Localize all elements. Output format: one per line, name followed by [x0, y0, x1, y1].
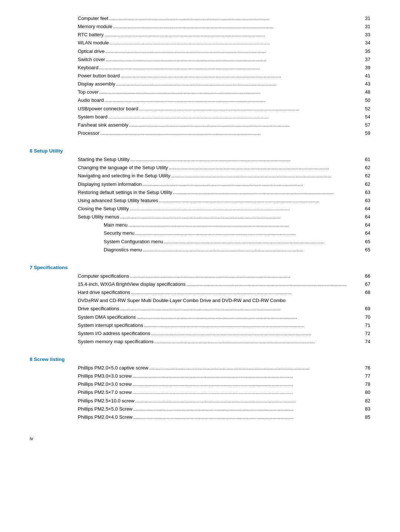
entry-text: Optical drive	[78, 48, 104, 55]
entry-text: Phillips PM2.5×10.0 screw	[78, 397, 134, 405]
entry-text: System interrupt specifications	[78, 322, 143, 329]
entry-page: 83	[365, 405, 370, 413]
entry-dots: ........................................…	[130, 272, 364, 280]
toc-entry: 15.4-inch, WXGA BrightView display speci…	[30, 281, 370, 288]
entry-text: Navigating and selecting in the Setup Ut…	[78, 172, 170, 180]
entry-page: 35	[365, 48, 370, 55]
toc-entry: Restoring default settings in the Setup …	[30, 189, 370, 196]
entry-text: Phillips PM2.5×5.0 Screw	[78, 405, 133, 413]
entry-page: 39	[365, 64, 370, 71]
entry-dots: ........................................…	[131, 289, 364, 296]
toc-entry: Displaying system information ..........…	[30, 181, 370, 188]
entry-dots: ........................................…	[173, 189, 364, 196]
entry-dots: ........................................…	[171, 172, 364, 180]
entry-page: 85	[365, 414, 370, 421]
toc-entry: Using advanced Setup Utility features ..…	[30, 197, 370, 204]
entry-text: Memory module	[78, 23, 112, 30]
entry-page: 70	[365, 314, 370, 321]
toc-entry: Computer feet ..........................…	[30, 15, 370, 22]
toc-entry: System DMA specifications ..............…	[30, 314, 370, 321]
toc-entry: Closing the Setup Utility ..............…	[30, 205, 370, 213]
toc-entry: Phillips PM2.0×3.0 screw ...............…	[30, 381, 370, 388]
entry-dots: ........................................…	[186, 281, 364, 288]
entry-text: Phillips PM2.0×3.0 screw	[78, 381, 132, 388]
entry-page: 48	[365, 88, 370, 96]
entry-dots: ........................................…	[120, 213, 364, 221]
toc-entry: RTC battery ............................…	[30, 31, 370, 39]
entry-page: 78	[365, 381, 370, 388]
entry-page: 66	[365, 272, 370, 280]
entry-page: 61	[365, 156, 370, 163]
entry-page: 64	[365, 205, 370, 213]
toc-entry: Phillips PM2.5×7.0 screw ...............…	[30, 389, 370, 396]
entry-text: Drive specifications	[78, 305, 119, 312]
entry-dots: ........................................…	[137, 314, 364, 321]
entry-dots: ........................................…	[159, 197, 364, 204]
section-7-heading: 7 Specifications	[30, 265, 370, 270]
entry-text: Top cover	[78, 88, 99, 96]
entry-dots: ........................................…	[128, 221, 364, 229]
entry-dots: ........................................…	[133, 372, 364, 380]
entry-dots: ........................................…	[133, 405, 364, 413]
entry-dots: ........................................…	[130, 205, 364, 213]
section-8-heading: 8 Screw listing	[30, 357, 370, 362]
entry-page: 64	[365, 230, 370, 237]
entry-text: Phillips PM2.0×4.0 Screw	[78, 414, 133, 421]
entry-dots: ........................................…	[143, 181, 364, 188]
entry-text: System I/O address specifications	[78, 330, 150, 337]
toc-entry: Phillips PM2.0×5.0 captive screw .......…	[30, 364, 370, 372]
entry-dots: ........................................…	[133, 389, 364, 396]
entry-dots: ........................................…	[100, 130, 364, 137]
entry-dots: ........................................…	[129, 121, 364, 129]
entry-text: RTC battery	[78, 31, 104, 39]
entry-dots: ........................................…	[149, 364, 364, 372]
entry-text: DVD±RW and CD-RW Super Multi Double-Laye…	[78, 298, 286, 303]
entry-dots: ........................................…	[104, 97, 364, 104]
entry-text: 15.4-inch, WXGA BrightView display speci…	[78, 281, 186, 288]
entry-dots: ........................................…	[110, 39, 364, 47]
entry-dots: ........................................…	[133, 414, 364, 421]
entry-page: 57	[365, 121, 370, 129]
entry-page: 34	[365, 39, 370, 47]
section-7-label: 7 Specifications	[30, 265, 68, 270]
section-8-label: 8 Screw listing	[30, 357, 65, 362]
entry-text: Audio board	[78, 97, 104, 104]
entry-page: 63	[365, 197, 370, 204]
section-8-container: 8 Screw listing Phillips PM2.0×5.0 capti…	[30, 357, 370, 421]
toc-entry: Fan/heat sink assembly .................…	[30, 121, 370, 129]
entry-text: Keyboard	[78, 64, 99, 71]
entry-page: 68	[365, 289, 370, 296]
entry-dots: ........................................…	[135, 230, 364, 237]
entry-text: Changing the language of the Setup Utili…	[78, 164, 168, 171]
entry-page: 72	[365, 330, 370, 337]
entry-text: Using advanced Setup Utility features	[78, 197, 158, 204]
entry-dots: ........................................…	[120, 72, 364, 80]
entry-page: 62	[365, 172, 370, 180]
footer: iv	[30, 436, 370, 441]
toc-entry: System board ...........................…	[30, 113, 370, 121]
entry-text: Hard drive specifications	[78, 289, 130, 296]
entry-dots: ........................................…	[104, 31, 364, 39]
entry-page: 80	[365, 389, 370, 396]
toc-entry: System I/O address specifications ......…	[30, 330, 370, 337]
toc-entry: Starting the Setup Utility .............…	[30, 156, 370, 163]
entry-text: USB/power connector board	[78, 105, 138, 113]
entry-text: Computer specifications	[78, 272, 129, 280]
entry-dots: ........................................…	[113, 23, 364, 30]
entry-page: 65	[365, 238, 370, 245]
entry-text: Display assembly	[78, 80, 115, 88]
entry-dots: ........................................…	[105, 48, 364, 55]
entry-dots: ........................................…	[130, 156, 364, 163]
entry-text: Phillips PM2.0×5.0 captive screw	[78, 364, 148, 372]
entry-page: 62	[365, 164, 370, 171]
entry-dots: ........................................…	[99, 88, 364, 96]
toc-entry: System interrupt specifications ........…	[30, 322, 370, 329]
entry-page: 59	[365, 130, 370, 137]
toc-entry: Optical drive ..........................…	[30, 48, 370, 55]
toc-entry: Diagnostics menu .......................…	[30, 246, 370, 254]
entry-text: Main menu	[104, 221, 127, 229]
toc-entry: Setup Utility menus ....................…	[30, 213, 370, 221]
entry-page: 50	[365, 97, 370, 104]
entry-text: System Configuration menu	[104, 238, 163, 245]
entry-dots: ........................................…	[154, 338, 364, 345]
